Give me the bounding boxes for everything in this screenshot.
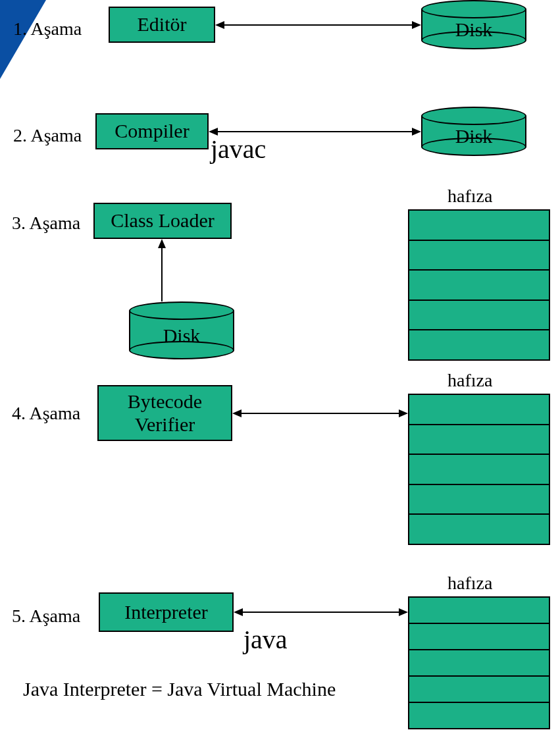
interpreter-box: Interpreter [99, 592, 234, 632]
memory-cell [409, 650, 549, 677]
memory-1-label: hafıza [447, 186, 492, 207]
stage-1-label: 1. Aşama [13, 18, 82, 39]
svg-marker-5 [412, 128, 421, 136]
disk-3-label: Disk [129, 325, 234, 347]
memory-cell [409, 624, 549, 650]
memory-cell [409, 425, 549, 456]
arrow-editor-disk [215, 18, 421, 32]
compiler-box: Compiler [95, 113, 209, 149]
verifier-text: Bytecode Verifier [128, 390, 202, 436]
classloader-text: Class Loader [111, 209, 214, 232]
memory-cell [409, 677, 549, 703]
memory-cell [409, 330, 549, 359]
memory-cell [409, 271, 549, 301]
svg-marker-2 [412, 21, 421, 29]
memory-1 [408, 209, 550, 361]
svg-marker-13 [399, 608, 408, 616]
svg-marker-1 [215, 21, 224, 29]
svg-marker-12 [234, 608, 243, 616]
memory-3 [408, 596, 550, 729]
verifier-box: Bytecode Verifier [97, 385, 232, 441]
memory-cell [409, 241, 549, 271]
svg-marker-9 [232, 409, 242, 417]
stage-3-label: 3. Aşama [12, 213, 80, 234]
javac-annotation: javac [211, 134, 266, 165]
interpreter-text: Interpreter [124, 601, 208, 624]
stage-4-label: 4. Aşama [12, 403, 80, 424]
svg-marker-7 [158, 239, 166, 248]
stage-5-label: 5. Aşama [12, 606, 80, 627]
disk-2-label: Disk [421, 125, 526, 147]
arrow-interpreter-memory [234, 606, 408, 619]
java-annotation: java [243, 624, 288, 655]
memory-cell [409, 485, 549, 515]
arrow-verifier-memory [232, 407, 408, 420]
memory-cell [409, 211, 549, 241]
memory-cell [409, 515, 549, 544]
memory-cell [409, 455, 549, 485]
disk-2: Disk [421, 107, 526, 156]
compiler-text: Compiler [115, 120, 189, 143]
svg-marker-4 [209, 128, 218, 136]
corner-decoration [0, 0, 46, 79]
editor-box: Editör [109, 7, 215, 43]
memory-cell [409, 598, 549, 624]
footer-text: Java Interpreter = Java Virtual Machine [23, 678, 336, 700]
editor-text: Editör [138, 13, 187, 36]
memory-cell [409, 301, 549, 331]
memory-3-label: hafıza [447, 573, 492, 594]
svg-marker-10 [399, 409, 408, 417]
disk-1: Disk [421, 0, 526, 49]
memory-2 [408, 394, 550, 545]
memory-cell [409, 703, 549, 728]
classloader-box: Class Loader [93, 203, 232, 239]
arrow-disk-classloader [155, 239, 168, 301]
memory-cell [409, 395, 549, 425]
disk-1-label: Disk [421, 18, 526, 41]
disk-3: Disk [129, 301, 234, 359]
stage-2-label: 2. Aşama [13, 125, 82, 146]
memory-2-label: hafıza [447, 370, 492, 391]
arrow-compiler-disk [209, 125, 421, 138]
